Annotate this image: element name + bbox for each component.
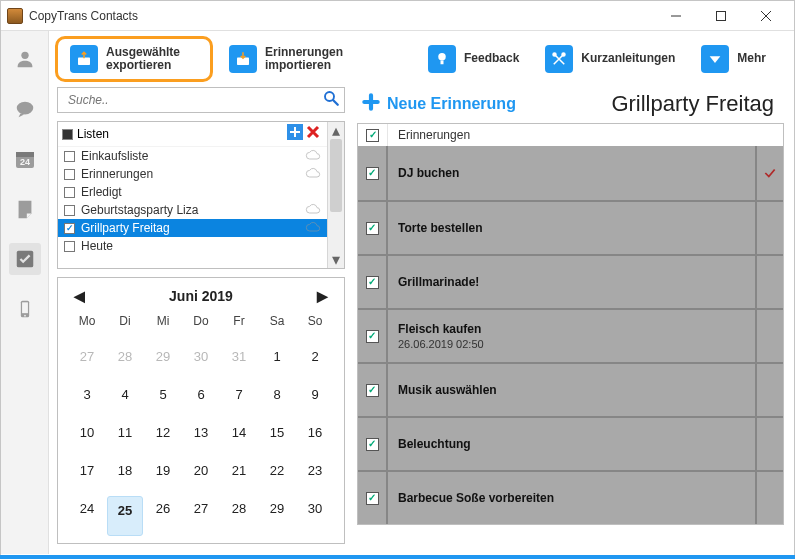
- new-reminder-button[interactable]: Neue Erinnerung: [361, 92, 516, 116]
- list-item[interactable]: Heute: [58, 237, 327, 255]
- reminder-row[interactable]: Barbecue Soße vorbereiten: [358, 470, 783, 524]
- calendar-day[interactable]: 7: [220, 381, 258, 419]
- reminders-header: Erinnerungen: [358, 124, 783, 146]
- calendar-day[interactable]: 2: [296, 343, 334, 381]
- calendar-day[interactable]: 18: [106, 457, 144, 495]
- reminder-checkbox[interactable]: [366, 222, 379, 235]
- reminder-row[interactable]: Beleuchtung: [358, 416, 783, 470]
- list-item[interactable]: Erinnerungen: [58, 165, 327, 183]
- tab-calendar[interactable]: 24: [9, 143, 41, 175]
- cloud-icon: [305, 221, 321, 236]
- calendar-day[interactable]: 14: [220, 419, 258, 457]
- calendar-day[interactable]: 8: [258, 381, 296, 419]
- lists-scrollbar[interactable]: ▴ ▾: [327, 122, 344, 268]
- list-item-checkbox[interactable]: [64, 151, 75, 162]
- reminder-checkbox[interactable]: [366, 276, 379, 289]
- list-item-checkbox[interactable]: [64, 187, 75, 198]
- reminder-checkbox[interactable]: [366, 330, 379, 343]
- reminder-checkbox[interactable]: [366, 492, 379, 505]
- search-icon[interactable]: [322, 89, 340, 111]
- window-minimize[interactable]: [653, 1, 698, 31]
- guides-button[interactable]: Kurzanleitungen: [535, 41, 685, 77]
- calendar-day[interactable]: 25: [107, 496, 143, 536]
- reminder-row[interactable]: Musik auswählen: [358, 362, 783, 416]
- search-box[interactable]: [57, 87, 345, 113]
- feedback-button[interactable]: Feedback: [418, 41, 529, 77]
- import-reminders-button[interactable]: Erinnerungen importieren: [219, 41, 367, 77]
- calendar-prev-icon[interactable]: ◀: [74, 288, 85, 304]
- calendar-day[interactable]: 28: [106, 343, 144, 381]
- list-item-checkbox[interactable]: [64, 223, 75, 234]
- calendar-day[interactable]: 12: [144, 419, 182, 457]
- scroll-down-icon[interactable]: ▾: [328, 251, 344, 268]
- window-close[interactable]: [743, 1, 788, 31]
- calendar-day[interactable]: 13: [182, 419, 220, 457]
- calendar-day[interactable]: 30: [296, 495, 334, 537]
- calendar-day[interactable]: 28: [220, 495, 258, 537]
- calendar-day[interactable]: 27: [182, 495, 220, 537]
- lists-select-all[interactable]: [62, 129, 73, 140]
- list-item[interactable]: Einkaufsliste: [58, 147, 327, 165]
- feedback-label: Feedback: [464, 52, 519, 65]
- reminder-row[interactable]: Grillmarinade!: [358, 254, 783, 308]
- add-list-icon[interactable]: [287, 124, 303, 144]
- calendar-day[interactable]: 29: [258, 495, 296, 537]
- list-item[interactable]: Geburtstagsparty Liza: [58, 201, 327, 219]
- tab-contacts[interactable]: [9, 43, 41, 75]
- calendar-day[interactable]: 26: [144, 495, 182, 537]
- tab-notes[interactable]: [9, 193, 41, 225]
- cloud-icon: [305, 149, 321, 164]
- calendar-day[interactable]: 23: [296, 457, 334, 495]
- tab-reminders[interactable]: [9, 243, 41, 275]
- calendar-day[interactable]: 10: [68, 419, 106, 457]
- calendar-dow: Do: [182, 310, 220, 343]
- calendar-day[interactable]: 6: [182, 381, 220, 419]
- reminder-row[interactable]: Torte bestellen: [358, 200, 783, 254]
- search-input[interactable]: [66, 92, 322, 108]
- calendar-day[interactable]: 11: [106, 419, 144, 457]
- calendar-day[interactable]: 4: [106, 381, 144, 419]
- reminder-row[interactable]: DJ buchen: [358, 146, 783, 200]
- reminder-checkbox[interactable]: [366, 438, 379, 451]
- select-all-reminders[interactable]: [366, 129, 379, 142]
- calendar-day[interactable]: 5: [144, 381, 182, 419]
- calendar-day[interactable]: 9: [296, 381, 334, 419]
- calendar-day[interactable]: 17: [68, 457, 106, 495]
- calendar-day[interactable]: 24: [68, 495, 106, 537]
- reminder-flag-icon[interactable]: [755, 146, 783, 200]
- list-item-label: Erledigt: [81, 185, 122, 199]
- tab-device[interactable]: [9, 293, 41, 325]
- svg-rect-1: [716, 11, 725, 20]
- list-item-checkbox[interactable]: [64, 169, 75, 180]
- export-selected-button[interactable]: Ausgewählte exportieren: [60, 41, 208, 77]
- list-item-label: Grillparty Freitag: [81, 221, 170, 235]
- list-item-checkbox[interactable]: [64, 241, 75, 252]
- svg-point-17: [553, 53, 556, 56]
- calendar-day[interactable]: 27: [68, 343, 106, 381]
- more-button[interactable]: Mehr: [691, 41, 776, 77]
- list-item[interactable]: Grillparty Freitag: [58, 219, 327, 237]
- list-item[interactable]: Erledigt: [58, 183, 327, 201]
- window-maximize[interactable]: [698, 1, 743, 31]
- calendar-day[interactable]: 1: [258, 343, 296, 381]
- calendar-day[interactable]: 19: [144, 457, 182, 495]
- calendar-day[interactable]: 20: [182, 457, 220, 495]
- scroll-up-icon[interactable]: ▴: [328, 122, 344, 139]
- reminder-checkbox[interactable]: [366, 167, 379, 180]
- list-item-label: Heute: [81, 239, 113, 253]
- tab-messages[interactable]: [9, 93, 41, 125]
- calendar-day[interactable]: 29: [144, 343, 182, 381]
- calendar-day[interactable]: 21: [220, 457, 258, 495]
- calendar-month-label: Juni 2019: [169, 288, 233, 304]
- calendar-next-icon[interactable]: ▶: [317, 288, 328, 304]
- calendar-day[interactable]: 22: [258, 457, 296, 495]
- reminder-row[interactable]: Fleisch kaufen26.06.2019 02:50: [358, 308, 783, 362]
- reminder-checkbox[interactable]: [366, 384, 379, 397]
- calendar-day[interactable]: 15: [258, 419, 296, 457]
- calendar-day[interactable]: 30: [182, 343, 220, 381]
- calendar-day[interactable]: 3: [68, 381, 106, 419]
- calendar-day[interactable]: 16: [296, 419, 334, 457]
- delete-list-icon[interactable]: [305, 124, 321, 144]
- list-item-checkbox[interactable]: [64, 205, 75, 216]
- calendar-day[interactable]: 31: [220, 343, 258, 381]
